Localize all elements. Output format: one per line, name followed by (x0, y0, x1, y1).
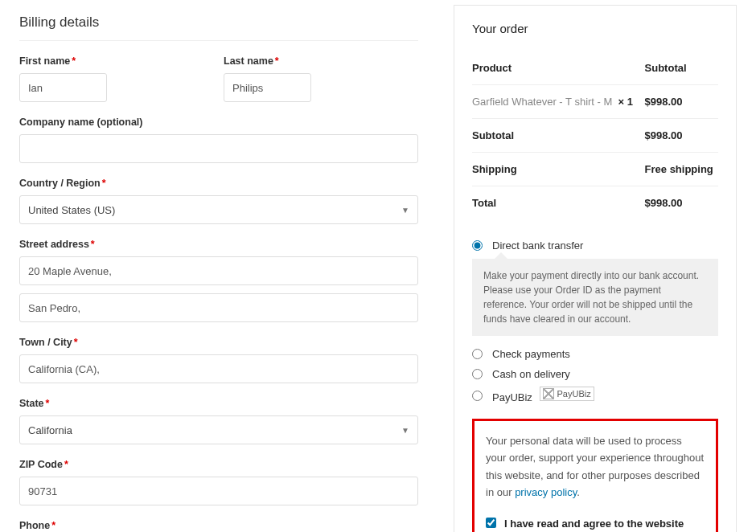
city-label: Town / City* (19, 337, 418, 348)
product-header: Product (472, 51, 645, 85)
country-label: Country / Region* (19, 178, 418, 189)
street2-input[interactable] (19, 293, 418, 322)
phone-label: Phone* (19, 520, 418, 531)
payubiz-image-icon: PayUBiz (540, 387, 594, 401)
table-row: Total $998.00 (472, 186, 718, 220)
payment-label-bank[interactable]: Direct bank transfer (492, 239, 583, 252)
street-label: Street address* (19, 239, 418, 250)
chevron-down-icon: ▼ (401, 426, 409, 435)
zip-input[interactable] (19, 477, 418, 505)
terms-highlight: Your personal data will be used to proce… (472, 419, 718, 532)
first-name-label: First name* (19, 55, 214, 67)
street1-input[interactable] (19, 256, 418, 285)
terms-label[interactable]: I have read and agree to the website ter… (504, 516, 705, 532)
payment-label-payubiz[interactable]: PayUBiz PayUBiz (492, 388, 594, 403)
state-label: State* (19, 398, 418, 409)
last-name-label: Last name* (224, 55, 418, 67)
order-summary: Your order Product Subtotal Garfield Wha… (454, 5, 737, 532)
payment-desc-bank: Make your payment directly into our bank… (472, 259, 718, 336)
privacy-text: Your personal data will be used to proce… (486, 432, 705, 501)
table-row: Subtotal $998.00 (472, 119, 718, 153)
payment-radio-payubiz[interactable] (472, 391, 483, 401)
payment-label-check[interactable]: Check payments (492, 348, 570, 360)
billing-title: Billing details (19, 5, 418, 41)
payment-label-cod[interactable]: Cash on delivery (492, 368, 570, 380)
country-select[interactable]: United States (US) ▼ (19, 195, 418, 224)
order-title: Your order (472, 22, 718, 35)
payment-radio-cod[interactable] (472, 369, 483, 379)
city-input[interactable] (19, 354, 418, 383)
company-input[interactable] (19, 134, 418, 163)
payment-radio-check[interactable] (472, 349, 483, 359)
table-row: Garfield Whatever - T shirt - M × 1 $998… (472, 85, 718, 119)
terms-checkbox[interactable] (486, 518, 496, 528)
first-name-input[interactable] (19, 73, 107, 102)
chevron-down-icon: ▼ (401, 206, 409, 215)
company-label: Company name (optional) (19, 117, 418, 128)
table-row: Shipping Free shipping (472, 153, 718, 186)
subtotal-header: Subtotal (645, 51, 718, 85)
payment-radio-bank[interactable] (472, 240, 483, 251)
last-name-input[interactable] (224, 73, 311, 102)
privacy-policy-link[interactable]: privacy policy (515, 486, 577, 498)
zip-label: ZIP Code* (19, 459, 418, 470)
state-select[interactable]: California ▼ (19, 415, 418, 444)
